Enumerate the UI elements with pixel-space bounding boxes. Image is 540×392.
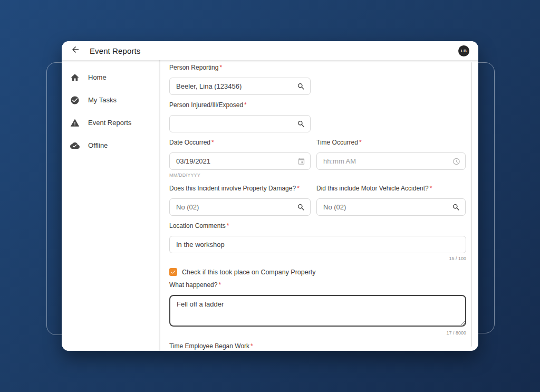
date-format-hint: MM/DD/YYYY [169, 173, 311, 178]
sidebar-item-label: Home [88, 73, 107, 81]
required-asterisk: * [227, 222, 229, 230]
required-asterisk: * [359, 139, 362, 146]
sidebar-item-offline[interactable]: Offline [62, 134, 159, 157]
check-circle-icon [70, 95, 80, 105]
page-title: Event Reports [90, 46, 140, 55]
person-injured-label: Person Injured/Ill/Exposed* [169, 102, 466, 109]
person-reporting-label: Person Reporting* [169, 64, 466, 71]
checked-checkbox-icon[interactable] [169, 268, 177, 276]
sidebar-item-home[interactable]: Home [62, 66, 159, 89]
date-occurred-input[interactable] [169, 152, 311, 170]
date-occurred-label: Date Occurred* [169, 139, 311, 146]
clock-icon[interactable] [452, 157, 460, 165]
search-icon[interactable] [452, 203, 460, 212]
required-asterisk: * [219, 64, 222, 71]
required-asterisk: * [218, 281, 221, 289]
search-icon[interactable] [297, 203, 305, 212]
app-header: Event Reports LB [62, 41, 478, 60]
sidebar: Home My Tasks Event Reports Offline [62, 60, 159, 351]
location-comments-char-counter: 15 / 100 [169, 256, 466, 261]
scrollbar[interactable] [471, 62, 472, 347]
time-began-work-label: Time Employee Began Work* [169, 343, 466, 350]
required-asterisk: * [430, 185, 432, 192]
sidebar-item-my-tasks[interactable]: My Tasks [62, 89, 159, 111]
required-asterisk: * [211, 139, 214, 146]
required-asterisk: * [250, 342, 253, 350]
company-property-checkbox-row[interactable]: Check if this took place on Company Prop… [169, 268, 466, 276]
location-comments-input[interactable] [169, 236, 466, 253]
sidebar-item-label: Offline [88, 141, 108, 149]
property-damage-label: Does this Incident involve Property Dama… [169, 185, 311, 192]
motor-vehicle-label: Did this include Motor Vehicle Accident?… [316, 185, 466, 192]
sidebar-item-label: Event Reports [88, 119, 131, 127]
required-asterisk: * [297, 185, 300, 192]
location-comments-label: Location Comments* [169, 223, 466, 230]
time-occurred-label: Time Occurred* [316, 139, 466, 146]
person-reporting-input[interactable] [169, 78, 311, 95]
form-scroll-area: Person Reporting* Person Injured/Ill/Exp… [160, 60, 478, 351]
back-arrow-icon [71, 45, 80, 56]
person-injured-input[interactable] [169, 115, 311, 132]
required-asterisk: * [244, 101, 247, 109]
calendar-icon[interactable] [297, 157, 305, 165]
warning-triangle-icon [70, 118, 80, 128]
search-icon[interactable] [297, 82, 305, 91]
company-property-checkbox-label: Check if this took place on Company Prop… [182, 269, 316, 276]
back-button[interactable] [70, 45, 81, 56]
user-avatar[interactable]: LB [458, 45, 469, 56]
property-damage-input[interactable] [169, 198, 311, 216]
sidebar-item-event-reports[interactable]: Event Reports [62, 111, 159, 134]
what-happened-textarea[interactable]: Fell off a ladder [169, 295, 466, 327]
time-occurred-input[interactable] [316, 152, 466, 170]
motor-vehicle-input[interactable] [316, 198, 466, 216]
what-happened-label: What happened?* [169, 282, 466, 289]
app-window: Event Reports LB Home My Tasks Event [62, 41, 478, 351]
what-happened-char-counter: 17 / 8000 [169, 330, 466, 336]
search-icon[interactable] [297, 120, 305, 128]
cloud-done-icon [70, 140, 80, 150]
sidebar-item-label: My Tasks [88, 96, 117, 104]
home-icon [70, 72, 80, 82]
